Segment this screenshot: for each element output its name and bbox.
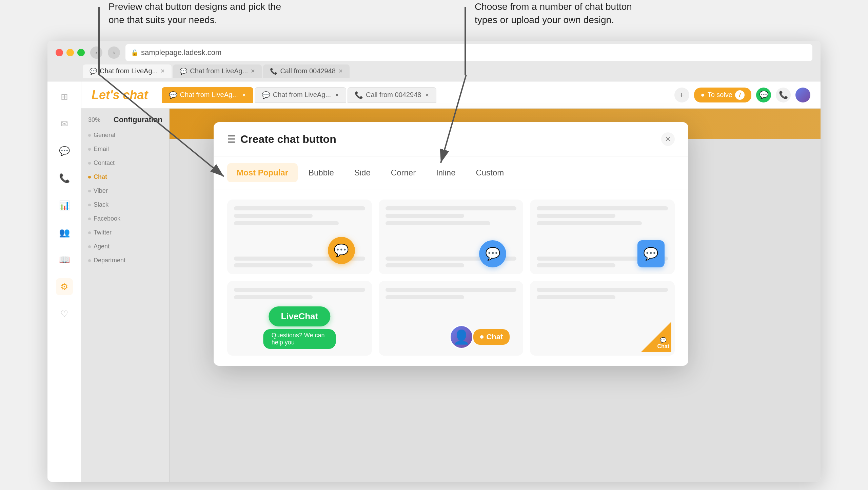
line: [537, 295, 615, 299]
tab-close-2[interactable]: ✕: [251, 68, 255, 74]
livechat-sub-button[interactable]: Questions? We can help you: [263, 329, 336, 349]
to-solve-button[interactable]: ● To solve 7: [694, 88, 751, 102]
sidebar-item-favorites[interactable]: ♡: [56, 305, 73, 322]
blue-circle-button[interactable]: 💬: [479, 240, 506, 267]
sidebar-item-reports[interactable]: 📊: [56, 197, 73, 214]
line: [386, 206, 517, 210]
tab-chat-2[interactable]: 💬 Chat from LiveAg... ✕: [173, 64, 262, 78]
preview-card-blue-circle[interactable]: 💬: [379, 200, 524, 274]
header-tab-chat-1[interactable]: 💬 Chat from LiveAg... ✕: [162, 87, 253, 103]
tab-label-inline: Inline: [436, 168, 455, 177]
orange-bubble-button[interactable]: 💬: [328, 237, 355, 264]
tab-corner[interactable]: Corner: [381, 163, 425, 182]
sidebar: ⊞ ✉ 💬 📞 📊 👥 📖 ⚙ ♡: [47, 81, 81, 482]
phone-icon[interactable]: 📞: [776, 88, 791, 102]
line: [386, 288, 517, 292]
line: [386, 221, 490, 225]
tab-side[interactable]: Side: [345, 163, 380, 182]
to-solve-count: 7: [735, 90, 745, 100]
card-decorative-lines: [234, 206, 365, 225]
close-button-traffic-light[interactable]: [56, 49, 63, 56]
preview-card-corner-triangle[interactable]: 💬 Chat: [530, 281, 675, 356]
sidebar-item-chat[interactable]: 💬: [56, 143, 73, 159]
modal-header: ☰ Create chat button ×: [214, 122, 688, 156]
to-solve-icon: ●: [701, 91, 705, 99]
sidebar-item-settings[interactable]: ⚙: [56, 278, 73, 295]
header-tab-icon-3: 📞: [355, 91, 363, 99]
browser-nav: ‹ › 🔒 samplepage.ladesk.com: [90, 44, 812, 61]
create-chat-button-modal: ☰ Create chat button × Most Popular Bu: [214, 122, 688, 366]
user-avatar[interactable]: [795, 88, 810, 102]
content-area: 30% Configuration General Email: [81, 109, 821, 482]
line: [386, 295, 464, 299]
right-annotation: Choose from a number of chat button type…: [475, 0, 712, 26]
corner-chat-text: 💬 Chat: [657, 337, 669, 350]
tab-icon-1: 💬: [90, 68, 97, 75]
traffic-lights: [56, 49, 85, 56]
corner-chat-label: Chat: [657, 343, 669, 350]
tab-label-side: Side: [354, 168, 371, 177]
preview-card-orange-bubble[interactable]: 💬: [227, 200, 372, 274]
modal-close-button[interactable]: ×: [661, 132, 675, 146]
header-tab-chat-2[interactable]: 💬 Chat from LiveAg... ✕: [255, 87, 346, 103]
main-content: Let's chat 💬 Chat from LiveAg... ✕ 💬 Cha…: [81, 81, 821, 482]
fullscreen-button-traffic-light[interactable]: [77, 49, 85, 56]
add-button[interactable]: +: [674, 88, 689, 102]
modal-title: Create chat button: [240, 133, 336, 146]
header-tab-close-1[interactable]: ✕: [242, 92, 246, 98]
tab-call[interactable]: 📞 Call from 0042948 ✕: [263, 64, 349, 78]
tab-close-1[interactable]: ✕: [160, 68, 165, 74]
avatar-chat-group[interactable]: 👤 Chat: [450, 325, 510, 349]
back-button[interactable]: ‹: [90, 46, 102, 59]
tab-icon-3: 📞: [270, 68, 277, 75]
tab-inline[interactable]: Inline: [427, 163, 465, 182]
header-tab-close-3[interactable]: ✕: [425, 92, 429, 98]
tab-label-3: Call from 0042948: [280, 67, 335, 75]
tab-bubble[interactable]: Bubble: [299, 163, 343, 182]
header-tab-label-2: Chat from LiveAg...: [273, 91, 331, 99]
tab-custom[interactable]: Custom: [467, 163, 514, 182]
to-solve-label: To solve: [708, 91, 732, 99]
right-bracket: [465, 7, 466, 75]
livechat-main-button[interactable]: LiveChat: [269, 306, 330, 326]
tab-label-most-popular: Most Popular: [237, 168, 288, 177]
blue-square-button[interactable]: 💬: [637, 240, 665, 267]
minimize-button-traffic-light[interactable]: [66, 49, 74, 56]
sidebar-item-email[interactable]: ✉: [56, 115, 73, 132]
line: [537, 288, 668, 292]
tab-close-3[interactable]: ✕: [338, 68, 343, 74]
sidebar-item-dashboard[interactable]: ⊞: [56, 88, 73, 105]
line: [234, 288, 365, 292]
header-actions: + ● To solve 7 💬 📞: [674, 88, 810, 102]
header-tab-icon-1: 💬: [169, 91, 177, 99]
sidebar-item-customers[interactable]: 👥: [56, 224, 73, 241]
header-tab-call[interactable]: 📞 Call from 0042948 ✕: [348, 87, 436, 103]
tab-label-bubble: Bubble: [309, 168, 334, 177]
preview-card-blue-square[interactable]: 💬: [530, 200, 675, 274]
header-tab-close-2[interactable]: ✕: [335, 92, 339, 98]
tab-most-popular[interactable]: Most Popular: [227, 163, 298, 182]
livechat-button-group[interactable]: LiveChat Questions? We can help you: [263, 306, 336, 349]
line: [234, 263, 313, 267]
brand-name: Let's chat: [92, 88, 148, 102]
preview-grid: 💬: [214, 189, 688, 366]
header-tabs: 💬 Chat from LiveAg... ✕ 💬 Chat from Live…: [162, 87, 668, 103]
tab-chat-1[interactable]: 💬 Chat from LiveAg... ✕: [83, 64, 172, 78]
address-bar[interactable]: 🔒 samplepage.ladesk.com: [125, 44, 812, 61]
tab-label-custom: Custom: [476, 168, 504, 177]
card-decorative-lines: [537, 288, 668, 299]
forward-button[interactable]: ›: [108, 46, 120, 59]
chat-status-icon[interactable]: 💬: [756, 88, 771, 102]
preview-card-avatar-chat[interactable]: 👤 Chat: [379, 281, 524, 356]
sidebar-item-knowledge[interactable]: 📖: [56, 251, 73, 268]
card-decorative-lines: [386, 288, 517, 299]
sidebar-item-calls[interactable]: 📞: [56, 170, 73, 187]
tab-label-corner: Corner: [391, 168, 416, 177]
modal-title-icon: ☰: [227, 134, 236, 145]
chat-pill-button[interactable]: Chat: [473, 329, 510, 345]
preview-card-livechat[interactable]: LiveChat Questions? We can help you: [227, 281, 372, 356]
corner-chat-button[interactable]: 💬 Chat: [641, 322, 671, 352]
card-decorative-lines: [234, 288, 365, 299]
tab-icon-2: 💬: [180, 68, 187, 75]
line: [386, 214, 464, 218]
